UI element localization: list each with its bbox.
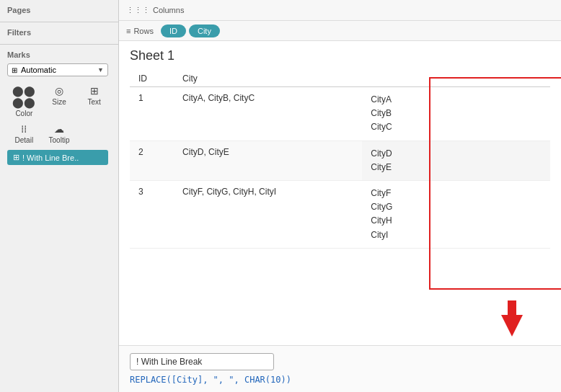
col-header-id: ID [130,71,174,87]
columns-icon: ⋮⋮⋮ [126,6,150,15]
row3-id: 3 [130,180,174,248]
row3-expanded: CityFCityGCityHCityI [362,180,521,248]
columns-text: Columns [153,6,184,14]
pages-title: Pages [7,6,111,14]
color-dots-icon: ⬤⬤⬤⬤ [12,85,35,108]
sheet-title: Sheet 1 [130,48,550,63]
rows-label: ≡ Rows [126,27,154,35]
row3-city: CityF, CityG, CityH, CityI [174,180,362,248]
marks-section: Marks ⊞ Automatic ▼ ⬤⬤⬤⬤ Color ◎ Size ⊞ … [0,45,118,169]
id-pill[interactable]: ID [161,24,186,37]
with-line-break-icon: ⊞ [13,153,19,162]
filters-section: Filters [0,22,118,45]
col-header-expanded [362,71,521,87]
with-line-break-label: ! With Line Bre.. [22,153,79,162]
marks-dropdown[interactable]: ⊞ Automatic ▼ [7,63,108,76]
marks-color-btn[interactable]: ⬤⬤⬤⬤ Color [7,82,41,119]
city-pill[interactable]: City [189,24,220,37]
size-icon: ◎ [55,85,63,97]
marks-tooltip-btn[interactable]: ☁ Tooltip [43,120,76,146]
rows-text: Rows [133,27,154,35]
data-table: ID City 1 CityA, CityB, CityC CityACityB… [130,71,550,249]
filters-title: Filters [7,28,111,37]
sheet-area: Sheet 1 ID City 1 CityA, CityB, CityC Ci… [119,41,561,345]
marks-title: Marks [7,50,111,59]
with-line-break-button[interactable]: ⊞ ! With Line Bre.. [7,150,108,165]
col-header-city: City [174,71,362,87]
row1-empty [521,87,550,141]
row2-city: CityD, CityE [174,141,362,180]
marks-dropdown-label: Automatic [21,66,56,74]
marks-size-btn[interactable]: ◎ Size [43,82,76,119]
bottom-panel: REPLACE([City], ", ", CHAR(10)) [119,345,561,392]
detail-icon: ⁞⁞ [21,123,27,135]
pages-section: Pages [0,0,118,22]
formula-name-input[interactable] [130,353,274,370]
marks-detail-btn[interactable]: ⁞⁞ Detail [7,120,41,146]
table-row: 1 CityA, CityB, CityC CityACityBCityC [130,87,550,141]
row1-expanded: CityACityBCityC [362,87,521,141]
marks-buttons: ⬤⬤⬤⬤ Color ◎ Size ⊞ Text ⁞⁞ Detail ☁ Too… [7,82,111,146]
row1-id: 1 [130,87,174,141]
svg-marker-0 [501,300,523,337]
toolbar: ⋮⋮⋮ Columns ≡ Rows ID City [119,0,561,41]
table-row: 3 CityF, CityG, CityH, CityI CityFCityGC… [130,180,550,248]
text-icon: ⊞ [90,85,99,97]
main-area: ⋮⋮⋮ Columns ≡ Rows ID City Sheet 1 ID Ci… [119,0,561,392]
dropdown-arrow-icon: ▼ [97,66,104,74]
sidebar: Pages Filters Marks ⊞ Automatic ▼ ⬤⬤⬤⬤ C… [0,0,119,392]
columns-row: ⋮⋮⋮ Columns [119,0,561,20]
rows-icon: ≡ [126,27,131,35]
row2-id: 2 [130,141,174,180]
row1-city: CityA, CityB, CityC [174,87,362,141]
formula-code: REPLACE([City], ", ", CHAR(10)) [130,375,550,385]
rows-row: ≡ Rows ID City [119,20,561,40]
table-icon: ⊞ [12,66,17,74]
tooltip-icon: ☁ [54,123,64,135]
columns-label: ⋮⋮⋮ Columns [126,6,184,15]
arrow-indicator [490,300,534,339]
row3-empty [521,180,550,248]
table-row: 2 CityD, CityE CityDCityE [130,141,550,180]
row2-empty [521,141,550,180]
row2-expanded: CityDCityE [362,141,521,180]
marks-text-btn[interactable]: ⊞ Text [77,82,111,119]
col-header-empty [521,71,550,87]
